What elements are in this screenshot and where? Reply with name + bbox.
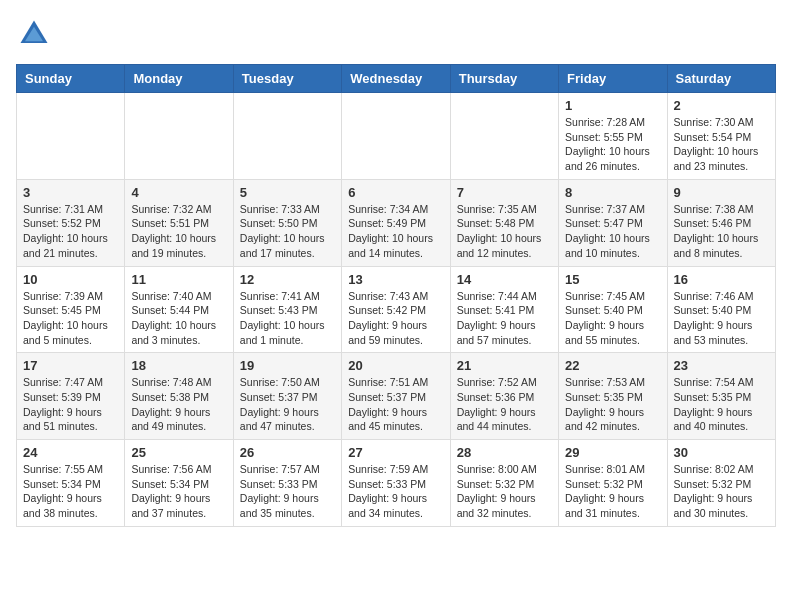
day-number: 20 <box>348 358 443 373</box>
day-info: Sunrise: 7:47 AM Sunset: 5:39 PM Dayligh… <box>23 375 118 434</box>
calendar-cell <box>342 93 450 180</box>
calendar-header-thursday: Thursday <box>450 65 558 93</box>
calendar-cell <box>450 93 558 180</box>
calendar-table: SundayMondayTuesdayWednesdayThursdayFrid… <box>16 64 776 527</box>
calendar-cell: 28Sunrise: 8:00 AM Sunset: 5:32 PM Dayli… <box>450 440 558 527</box>
day-number: 2 <box>674 98 769 113</box>
day-info: Sunrise: 7:51 AM Sunset: 5:37 PM Dayligh… <box>348 375 443 434</box>
calendar-cell: 17Sunrise: 7:47 AM Sunset: 5:39 PM Dayli… <box>17 353 125 440</box>
day-number: 26 <box>240 445 335 460</box>
calendar-cell: 26Sunrise: 7:57 AM Sunset: 5:33 PM Dayli… <box>233 440 341 527</box>
day-info: Sunrise: 7:48 AM Sunset: 5:38 PM Dayligh… <box>131 375 226 434</box>
day-info: Sunrise: 7:53 AM Sunset: 5:35 PM Dayligh… <box>565 375 660 434</box>
calendar-cell: 15Sunrise: 7:45 AM Sunset: 5:40 PM Dayli… <box>559 266 667 353</box>
calendar-cell: 7Sunrise: 7:35 AM Sunset: 5:48 PM Daylig… <box>450 179 558 266</box>
day-info: Sunrise: 7:33 AM Sunset: 5:50 PM Dayligh… <box>240 202 335 261</box>
day-info: Sunrise: 7:56 AM Sunset: 5:34 PM Dayligh… <box>131 462 226 521</box>
calendar-cell: 10Sunrise: 7:39 AM Sunset: 5:45 PM Dayli… <box>17 266 125 353</box>
calendar-cell: 6Sunrise: 7:34 AM Sunset: 5:49 PM Daylig… <box>342 179 450 266</box>
day-number: 15 <box>565 272 660 287</box>
day-info: Sunrise: 7:50 AM Sunset: 5:37 PM Dayligh… <box>240 375 335 434</box>
day-number: 3 <box>23 185 118 200</box>
day-info: Sunrise: 7:38 AM Sunset: 5:46 PM Dayligh… <box>674 202 769 261</box>
calendar-cell: 16Sunrise: 7:46 AM Sunset: 5:40 PM Dayli… <box>667 266 775 353</box>
day-number: 6 <box>348 185 443 200</box>
calendar-cell: 9Sunrise: 7:38 AM Sunset: 5:46 PM Daylig… <box>667 179 775 266</box>
calendar-cell: 18Sunrise: 7:48 AM Sunset: 5:38 PM Dayli… <box>125 353 233 440</box>
day-info: Sunrise: 7:34 AM Sunset: 5:49 PM Dayligh… <box>348 202 443 261</box>
day-info: Sunrise: 7:37 AM Sunset: 5:47 PM Dayligh… <box>565 202 660 261</box>
day-number: 25 <box>131 445 226 460</box>
logo <box>16 16 56 52</box>
day-number: 18 <box>131 358 226 373</box>
day-info: Sunrise: 7:43 AM Sunset: 5:42 PM Dayligh… <box>348 289 443 348</box>
day-info: Sunrise: 7:39 AM Sunset: 5:45 PM Dayligh… <box>23 289 118 348</box>
calendar-cell: 4Sunrise: 7:32 AM Sunset: 5:51 PM Daylig… <box>125 179 233 266</box>
day-info: Sunrise: 7:57 AM Sunset: 5:33 PM Dayligh… <box>240 462 335 521</box>
calendar-header-sunday: Sunday <box>17 65 125 93</box>
calendar-header-tuesday: Tuesday <box>233 65 341 93</box>
calendar-cell: 22Sunrise: 7:53 AM Sunset: 5:35 PM Dayli… <box>559 353 667 440</box>
calendar-cell: 1Sunrise: 7:28 AM Sunset: 5:55 PM Daylig… <box>559 93 667 180</box>
calendar-cell: 14Sunrise: 7:44 AM Sunset: 5:41 PM Dayli… <box>450 266 558 353</box>
day-info: Sunrise: 7:40 AM Sunset: 5:44 PM Dayligh… <box>131 289 226 348</box>
day-number: 22 <box>565 358 660 373</box>
calendar-cell: 13Sunrise: 7:43 AM Sunset: 5:42 PM Dayli… <box>342 266 450 353</box>
calendar-cell: 23Sunrise: 7:54 AM Sunset: 5:35 PM Dayli… <box>667 353 775 440</box>
day-info: Sunrise: 7:59 AM Sunset: 5:33 PM Dayligh… <box>348 462 443 521</box>
day-info: Sunrise: 8:01 AM Sunset: 5:32 PM Dayligh… <box>565 462 660 521</box>
day-info: Sunrise: 8:02 AM Sunset: 5:32 PM Dayligh… <box>674 462 769 521</box>
calendar-cell: 27Sunrise: 7:59 AM Sunset: 5:33 PM Dayli… <box>342 440 450 527</box>
day-info: Sunrise: 7:35 AM Sunset: 5:48 PM Dayligh… <box>457 202 552 261</box>
day-info: Sunrise: 7:54 AM Sunset: 5:35 PM Dayligh… <box>674 375 769 434</box>
day-info: Sunrise: 7:45 AM Sunset: 5:40 PM Dayligh… <box>565 289 660 348</box>
calendar-cell: 3Sunrise: 7:31 AM Sunset: 5:52 PM Daylig… <box>17 179 125 266</box>
day-number: 7 <box>457 185 552 200</box>
page-header <box>16 16 776 52</box>
calendar-cell: 12Sunrise: 7:41 AM Sunset: 5:43 PM Dayli… <box>233 266 341 353</box>
day-number: 14 <box>457 272 552 287</box>
day-info: Sunrise: 7:44 AM Sunset: 5:41 PM Dayligh… <box>457 289 552 348</box>
calendar-cell <box>125 93 233 180</box>
calendar-week-3: 10Sunrise: 7:39 AM Sunset: 5:45 PM Dayli… <box>17 266 776 353</box>
day-info: Sunrise: 7:28 AM Sunset: 5:55 PM Dayligh… <box>565 115 660 174</box>
day-info: Sunrise: 7:31 AM Sunset: 5:52 PM Dayligh… <box>23 202 118 261</box>
calendar-week-1: 1Sunrise: 7:28 AM Sunset: 5:55 PM Daylig… <box>17 93 776 180</box>
day-number: 24 <box>23 445 118 460</box>
day-number: 8 <box>565 185 660 200</box>
day-number: 5 <box>240 185 335 200</box>
calendar-header-wednesday: Wednesday <box>342 65 450 93</box>
calendar-header-monday: Monday <box>125 65 233 93</box>
calendar-cell: 8Sunrise: 7:37 AM Sunset: 5:47 PM Daylig… <box>559 179 667 266</box>
day-info: Sunrise: 7:32 AM Sunset: 5:51 PM Dayligh… <box>131 202 226 261</box>
day-number: 21 <box>457 358 552 373</box>
day-number: 30 <box>674 445 769 460</box>
day-number: 1 <box>565 98 660 113</box>
calendar-cell: 21Sunrise: 7:52 AM Sunset: 5:36 PM Dayli… <box>450 353 558 440</box>
day-number: 4 <box>131 185 226 200</box>
day-number: 17 <box>23 358 118 373</box>
day-number: 9 <box>674 185 769 200</box>
day-number: 12 <box>240 272 335 287</box>
day-info: Sunrise: 7:52 AM Sunset: 5:36 PM Dayligh… <box>457 375 552 434</box>
calendar-cell <box>233 93 341 180</box>
calendar-cell: 5Sunrise: 7:33 AM Sunset: 5:50 PM Daylig… <box>233 179 341 266</box>
calendar-cell: 2Sunrise: 7:30 AM Sunset: 5:54 PM Daylig… <box>667 93 775 180</box>
calendar-cell: 11Sunrise: 7:40 AM Sunset: 5:44 PM Dayli… <box>125 266 233 353</box>
calendar-cell: 24Sunrise: 7:55 AM Sunset: 5:34 PM Dayli… <box>17 440 125 527</box>
day-number: 11 <box>131 272 226 287</box>
calendar-cell: 29Sunrise: 8:01 AM Sunset: 5:32 PM Dayli… <box>559 440 667 527</box>
day-number: 29 <box>565 445 660 460</box>
calendar-header-saturday: Saturday <box>667 65 775 93</box>
logo-icon <box>16 16 52 52</box>
calendar-header-row: SundayMondayTuesdayWednesdayThursdayFrid… <box>17 65 776 93</box>
calendar-week-5: 24Sunrise: 7:55 AM Sunset: 5:34 PM Dayli… <box>17 440 776 527</box>
calendar-week-2: 3Sunrise: 7:31 AM Sunset: 5:52 PM Daylig… <box>17 179 776 266</box>
calendar-cell: 30Sunrise: 8:02 AM Sunset: 5:32 PM Dayli… <box>667 440 775 527</box>
calendar-cell: 19Sunrise: 7:50 AM Sunset: 5:37 PM Dayli… <box>233 353 341 440</box>
day-number: 27 <box>348 445 443 460</box>
day-number: 16 <box>674 272 769 287</box>
day-info: Sunrise: 7:41 AM Sunset: 5:43 PM Dayligh… <box>240 289 335 348</box>
day-number: 10 <box>23 272 118 287</box>
day-number: 13 <box>348 272 443 287</box>
